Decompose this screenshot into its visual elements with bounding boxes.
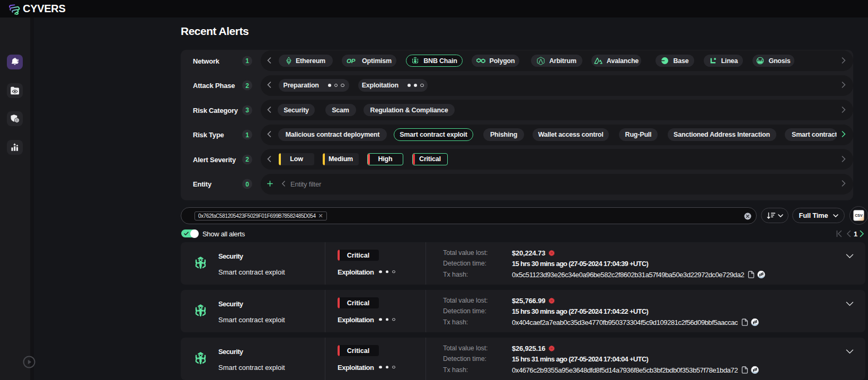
svg-text:OP: OP bbox=[347, 58, 356, 64]
svg-text:CSV: CSV bbox=[855, 214, 863, 217]
